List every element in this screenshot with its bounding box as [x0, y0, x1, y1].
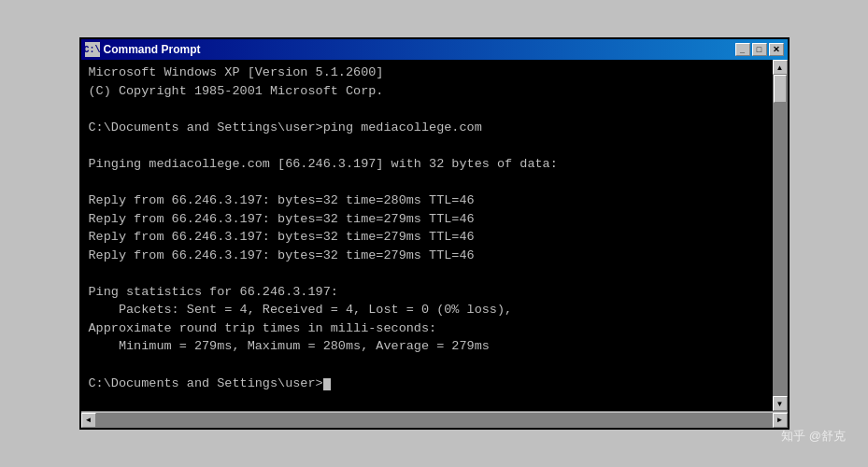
console-text: Microsoft Windows XP [Version 5.1.2600] … [89, 64, 780, 407]
console-output: Microsoft Windows XP [Version 5.1.2600] … [81, 60, 788, 411]
scroll-right-button[interactable]: ► [773, 413, 788, 428]
title-bar: C:\ Command Prompt _ □ ✕ [81, 39, 788, 60]
scroll-up-button[interactable]: ▲ [773, 60, 788, 75]
horizontal-scrollbar-area: ◄ ► [81, 411, 788, 428]
vertical-scrollbar[interactable]: ▲ ▼ [773, 60, 788, 411]
title-bar-buttons: _ □ ✕ [735, 43, 784, 56]
watermark: 知乎 @舒克 [781, 428, 846, 445]
minimize-button[interactable]: _ [735, 43, 750, 56]
maximize-button[interactable]: □ [752, 43, 767, 56]
h-scroll-track[interactable] [96, 413, 773, 428]
scroll-left-button[interactable]: ◄ [81, 413, 96, 428]
title-bar-left: C:\ Command Prompt [85, 42, 201, 57]
window-icon: C:\ [85, 42, 100, 57]
close-button[interactable]: ✕ [769, 43, 784, 56]
scroll-down-button[interactable]: ▼ [773, 396, 788, 411]
window-title: Command Prompt [104, 43, 201, 56]
scroll-thumb[interactable] [774, 75, 787, 103]
command-prompt-window: C:\ Command Prompt _ □ ✕ Microsoft Windo… [79, 37, 790, 430]
scroll-track[interactable] [773, 75, 788, 396]
cursor-blink [323, 378, 331, 390]
